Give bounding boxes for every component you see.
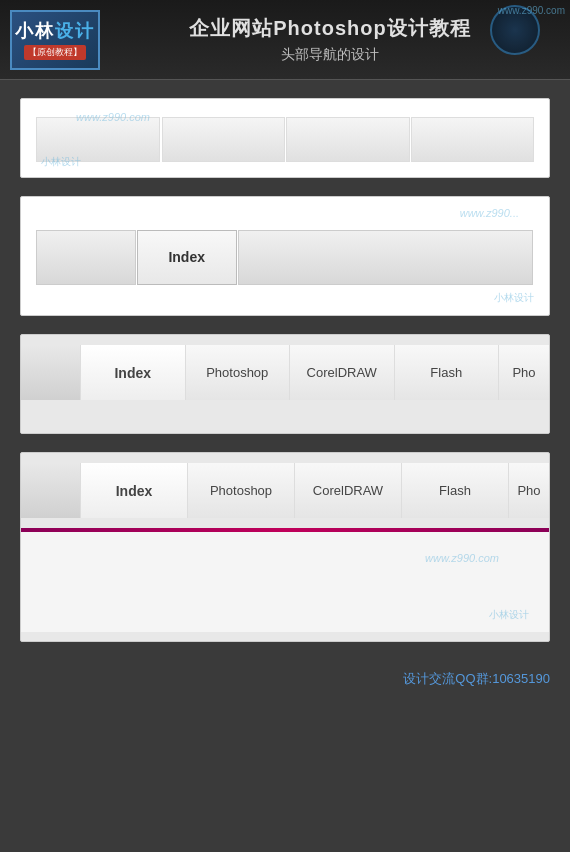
nav-full-label-cdr: CorelDRAW [307, 365, 377, 380]
logo-sub: 【原创教程】 [24, 45, 86, 60]
logo: 小林设计 【原创教程】 [10, 10, 100, 70]
header: 小林设计 【原创教程】 企业网站Photoshop设计教程 头部导航的设计 ww… [0, 0, 570, 80]
footer: 设计交流QQ群:10635190 [0, 660, 570, 698]
nav-index: Index [21, 197, 549, 316]
nav-index-cell-1: Index [137, 230, 237, 285]
nav-accent-label-index: Index [116, 483, 153, 499]
nav-basic [21, 99, 549, 178]
s4-wm-name: 小林设计 [489, 608, 529, 622]
s4-wm-url: www.z990.com [425, 552, 499, 564]
s4-watermarks: www.z990.com 小林设计 [21, 532, 549, 632]
nav-full-cell-1: Index [81, 345, 186, 400]
nav-full-label-index: Index [114, 365, 151, 381]
nav-full-body [21, 410, 549, 434]
nav-accent-cell-5: Pho [509, 463, 549, 518]
footer-qq: 设计交流QQ群:10635190 [403, 671, 550, 686]
nav-accent-cell-0 [21, 463, 81, 518]
section-basic-nav: www.z990.com 小林设计 [20, 98, 550, 178]
header-watermark: www.z990.com [498, 5, 565, 16]
nav-accent-label-cdr: CorelDRAW [313, 483, 383, 498]
section-accent-nav: Index Photoshop CorelDRAW Flash Pho www.… [20, 452, 550, 642]
nav-full-label-pho: Pho [512, 365, 535, 380]
nav-full-cell-3: CorelDRAW [290, 345, 395, 400]
nav-accent-cell-3: CorelDRAW [295, 463, 402, 518]
nav-cell-3 [286, 117, 410, 162]
nav-full-cell-0 [21, 345, 81, 400]
nav-accent-label-ps: Photoshop [210, 483, 272, 498]
nav-full-cell-5: Pho [499, 345, 549, 400]
nav-accent-cell-1: Index [81, 463, 188, 518]
nav-accent-label-flash: Flash [439, 483, 471, 498]
logo-text-design: 设计 [55, 21, 95, 41]
nav-accent-label-pho: Pho [517, 483, 540, 498]
section-index-nav: Index www.z990... 小林设计 [20, 196, 550, 316]
nav-accent-cell-4: Flash [402, 463, 509, 518]
nav-accent-inner: Index Photoshop CorelDRAW Flash Pho [21, 463, 549, 518]
nav-accent-body: www.z990.com 小林设计 [21, 532, 549, 632]
nav-index-label: Index [168, 249, 205, 265]
section-full-nav: Index Photoshop CorelDRAW Flash Pho [20, 334, 550, 434]
nav-index-cell-2 [238, 230, 533, 285]
nav-basic-inner [36, 117, 534, 162]
sub-title: 头部导航的设计 [100, 46, 560, 64]
nav-full-label-flash: Flash [430, 365, 462, 380]
nav-full-label-ps: Photoshop [206, 365, 268, 380]
nav-accent-cell-2: Photoshop [188, 463, 295, 518]
nav-index-inner: Index [36, 230, 534, 285]
nav-full-cell-2: Photoshop [186, 345, 291, 400]
nav-cell-1 [36, 117, 160, 162]
nav-full-cell-4: Flash [395, 345, 500, 400]
nav-index-cell-0 [36, 230, 136, 285]
logo-text-small: 小林 [15, 21, 55, 41]
nav-full-inner: Index Photoshop CorelDRAW Flash Pho [21, 345, 549, 400]
logo-text: 小林设计 [15, 19, 95, 43]
nav-cell-2 [162, 117, 286, 162]
nav-cell-4 [411, 117, 535, 162]
